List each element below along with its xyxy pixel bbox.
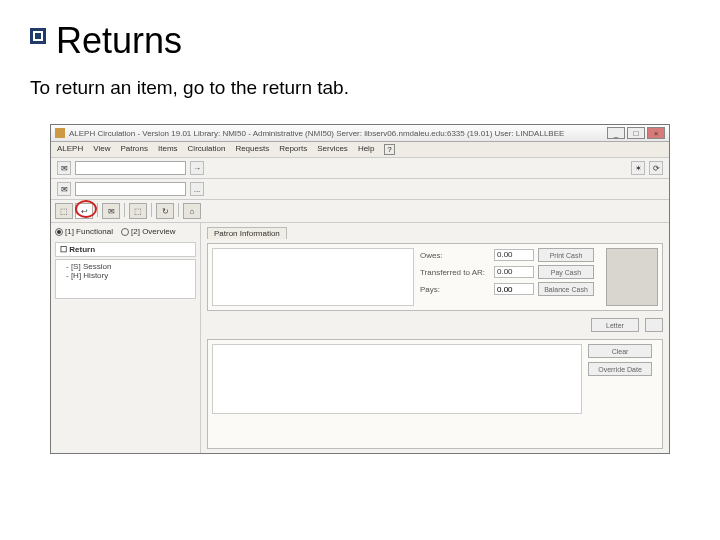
slide-bullet: [30, 28, 46, 44]
balance-cash-button[interactable]: Balance Cash: [538, 282, 594, 296]
radio-functional-label: [1] Functional: [65, 227, 113, 236]
tab-separator-4: [178, 203, 179, 217]
menu-help[interactable]: Help: [358, 144, 374, 155]
toolbar-arrow-icon[interactable]: →: [190, 161, 204, 175]
tab-separator-2: [124, 203, 125, 217]
window-minimize-button[interactable]: _: [607, 127, 625, 139]
patron-info-tab[interactable]: Patron Information: [207, 227, 287, 239]
menu-help-icon[interactable]: ?: [384, 144, 394, 155]
app-icon: [55, 128, 65, 138]
tab-return[interactable]: ↩: [75, 203, 93, 219]
toolbar-field-2[interactable]: [75, 182, 186, 196]
toolbar-right-icon-2[interactable]: ⟳: [649, 161, 663, 175]
clear-button[interactable]: Clear: [588, 344, 652, 358]
menu-view[interactable]: View: [93, 144, 110, 155]
radio-dot-icon: [121, 228, 129, 236]
tab-6[interactable]: ⌂: [183, 203, 201, 219]
toolbar-row-2: ✉ ...: [51, 179, 669, 200]
toolbar-right-icon-1[interactable]: ✶: [631, 161, 645, 175]
menu-requests[interactable]: Requests: [235, 144, 269, 155]
tab-1[interactable]: ⬚: [55, 203, 73, 219]
toolbar-field-1[interactable]: [75, 161, 186, 175]
slide-title: Returns: [56, 20, 182, 62]
radio-functional[interactable]: [1] Functional: [55, 227, 113, 236]
nav-tree: - [S] Session - [H] History: [55, 259, 196, 299]
tree-item-session[interactable]: - [S] Session: [66, 262, 191, 271]
menu-reports[interactable]: Reports: [279, 144, 307, 155]
window-close-button[interactable]: ×: [647, 127, 665, 139]
app-window: ALEPH Circulation - Version 19.01 Librar…: [50, 124, 670, 454]
radio-overview-label: [2] Overview: [131, 227, 175, 236]
letter-icon-button[interactable]: [645, 318, 663, 332]
print-cash-button[interactable]: Print Cash: [538, 248, 594, 262]
toolbar-icon-2[interactable]: ✉: [57, 182, 71, 196]
return-items-panel: Clear Override Date: [207, 339, 663, 449]
menu-items[interactable]: Items: [158, 144, 178, 155]
left-sidebar: [1] Functional [2] Overview ☐ Return - […: [51, 223, 201, 453]
toolbar-row-1: ✉ → ✶ ⟳: [51, 158, 669, 179]
tab-4[interactable]: ⬚: [129, 203, 147, 219]
window-maximize-button[interactable]: □: [627, 127, 645, 139]
patron-info-panel: Owes: 0.00 Print Cash Transferred to AR:…: [207, 243, 663, 311]
menubar: ALEPH View Patrons Items Circulation Req…: [51, 142, 669, 158]
tab-separator-1: [97, 203, 98, 217]
menu-services[interactable]: Services: [317, 144, 348, 155]
menu-circulation[interactable]: Circulation: [188, 144, 226, 155]
pays-input[interactable]: [494, 283, 534, 295]
tab-5[interactable]: ↻: [156, 203, 174, 219]
toolbar-icon-1[interactable]: ✉: [57, 161, 71, 175]
window-title: ALEPH Circulation - Version 19.01 Librar…: [69, 129, 607, 138]
patron-info-textarea[interactable]: [212, 248, 414, 306]
transferred-value: 0.00: [494, 266, 534, 278]
override-date-button[interactable]: Override Date: [588, 362, 652, 376]
owes-value: 0.00: [494, 249, 534, 261]
patron-photo-placeholder: [606, 248, 658, 306]
radio-overview[interactable]: [2] Overview: [121, 227, 175, 236]
tree-header-return[interactable]: ☐ Return: [55, 242, 196, 257]
pay-cash-button[interactable]: Pay Cash: [538, 265, 594, 279]
tree-item-history[interactable]: - [H] History: [66, 271, 191, 280]
slide-subtitle: To return an item, go to the return tab.: [30, 77, 690, 99]
menu-patrons[interactable]: Patrons: [120, 144, 148, 155]
main-content: Patron Information Owes: 0.00 Print Cash…: [201, 223, 669, 453]
menu-aleph[interactable]: ALEPH: [57, 144, 83, 155]
tab-3[interactable]: ✉: [102, 203, 120, 219]
return-items-list[interactable]: [212, 344, 582, 414]
owes-label: Owes:: [420, 251, 490, 260]
window-titlebar[interactable]: ALEPH Circulation - Version 19.01 Librar…: [51, 125, 669, 142]
letter-button[interactable]: Letter: [591, 318, 639, 332]
mode-tabs: ⬚ ↩ ✉ ⬚ ↻ ⌂: [51, 200, 669, 223]
transferred-label: Transferred to AR:: [420, 268, 490, 277]
tab-separator-3: [151, 203, 152, 217]
radio-dot-icon: [55, 228, 63, 236]
pays-label: Pays:: [420, 285, 490, 294]
toolbar-dots-button[interactable]: ...: [190, 182, 204, 196]
